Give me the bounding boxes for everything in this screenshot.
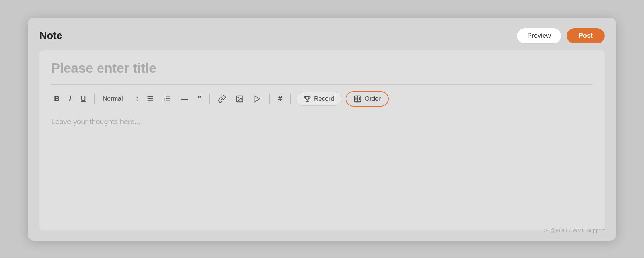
ordered-list-icon: 1 2 3	[163, 95, 171, 103]
footer-brand: ⟳ @FOLLOWME Support	[544, 227, 605, 234]
brand-text: @FOLLOWME Support	[551, 227, 605, 233]
link-button[interactable]	[215, 93, 229, 105]
title-input[interactable]	[51, 61, 593, 76]
image-icon	[236, 95, 244, 103]
quote-button[interactable]: "	[195, 92, 204, 105]
brand-icon: ⟳	[544, 227, 548, 234]
svg-marker-8	[255, 96, 260, 102]
content-placeholder[interactable]: Leave your thoughts here...	[51, 118, 593, 126]
editor-area: B I U Normal Heading 1 Heading 2 Heading…	[39, 50, 605, 230]
list-icon: ☰	[147, 94, 153, 103]
editor-divider	[51, 84, 593, 85]
ordered-list-button[interactable]: 1 2 3	[160, 93, 174, 105]
hashtag-icon: #	[278, 94, 282, 103]
record-button[interactable]: Record	[296, 92, 342, 106]
underline-button[interactable]: U	[78, 92, 89, 105]
editor-toolbar: B I U Normal Heading 1 Heading 2 Heading…	[51, 91, 593, 107]
image-button[interactable]	[233, 93, 247, 105]
modal-title: Note	[39, 30, 62, 42]
separator-3	[269, 94, 270, 104]
bold-button[interactable]: B	[51, 92, 62, 105]
svg-text:3: 3	[164, 100, 165, 102]
modal-header: Note Preview Post	[39, 28, 605, 44]
quote-icon: "	[198, 94, 201, 103]
record-label: Record	[314, 95, 334, 103]
video-icon	[253, 95, 261, 103]
post-button[interactable]: Post	[567, 28, 605, 43]
svg-point-7	[238, 97, 239, 98]
header-buttons: Preview Post	[517, 28, 605, 44]
link-icon	[218, 95, 226, 103]
order-button[interactable]: Order	[346, 91, 389, 107]
style-select[interactable]: Normal Heading 1 Heading 2 Heading 3	[100, 94, 140, 104]
unordered-list-button[interactable]: ☰	[144, 92, 156, 105]
italic-button[interactable]: I	[66, 92, 74, 105]
hr-icon: —	[181, 94, 188, 103]
order-icon	[354, 95, 362, 103]
separator-2	[209, 94, 210, 104]
order-label: Order	[365, 95, 381, 103]
trophy-icon	[304, 95, 311, 103]
preview-button[interactable]: Preview	[517, 28, 562, 44]
note-modal: Note Preview Post B I U	[28, 18, 616, 241]
hashtag-button[interactable]: #	[275, 92, 285, 105]
separator-1	[94, 94, 95, 104]
separator-4	[290, 94, 291, 104]
style-select-wrapper[interactable]: Normal Heading 1 Heading 2 Heading 3 ▲ ▼	[100, 94, 140, 104]
video-button[interactable]	[250, 93, 264, 105]
hr-button[interactable]: —	[178, 92, 191, 105]
